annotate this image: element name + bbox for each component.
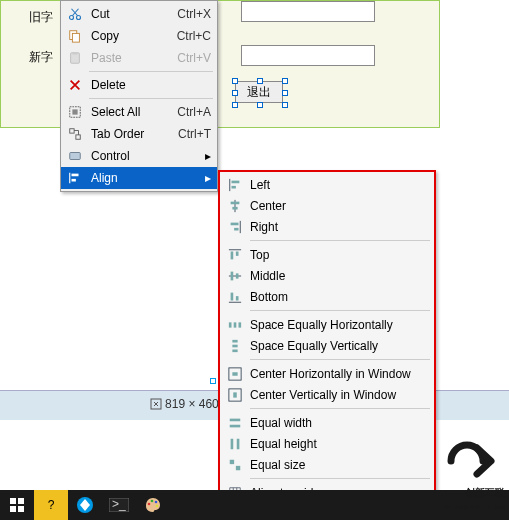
paste-icon (65, 51, 85, 65)
center-vertical-window[interactable]: Center Vertically in Window (220, 384, 434, 405)
svg-rect-38 (231, 438, 234, 449)
resize-handle[interactable] (210, 378, 216, 384)
svg-rect-6 (72, 52, 77, 55)
svg-point-2 (76, 15, 80, 19)
align-icon (65, 171, 85, 185)
svg-rect-45 (18, 506, 24, 512)
svg-rect-40 (230, 459, 234, 463)
equal-size[interactable]: Equal size (220, 454, 434, 475)
space-v-icon (224, 339, 246, 353)
menu-delete[interactable]: Delete (61, 74, 217, 96)
align-left[interactable]: Left (220, 174, 434, 195)
svg-rect-26 (229, 322, 232, 327)
svg-rect-39 (237, 438, 240, 449)
copy-icon (65, 29, 85, 43)
input-new-char[interactable] (241, 45, 375, 66)
taskbar: ? >_ (0, 490, 509, 520)
svg-rect-19 (234, 227, 238, 230)
svg-rect-28 (239, 322, 242, 327)
svg-rect-29 (232, 339, 237, 342)
svg-rect-15 (232, 185, 236, 188)
tab-order-icon (65, 127, 85, 141)
svg-rect-22 (231, 271, 234, 280)
svg-rect-37 (230, 424, 241, 427)
exit-button[interactable]: 退出 (235, 81, 283, 103)
align-middle[interactable]: Middle (220, 265, 434, 286)
center-v-window-icon (224, 388, 246, 402)
svg-rect-4 (72, 33, 79, 42)
svg-rect-24 (231, 292, 234, 300)
svg-point-52 (156, 505, 159, 508)
svg-rect-33 (232, 372, 237, 376)
chevron-right-icon: ▸ (205, 149, 211, 163)
menu-cut[interactable]: Cut Ctrl+X (61, 3, 217, 25)
svg-rect-42 (10, 498, 16, 504)
equal-height-icon (224, 437, 246, 451)
svg-point-49 (148, 503, 151, 506)
watermark-subtext: CHUANG XIN HU LIAN (443, 504, 505, 510)
svg-rect-18 (231, 222, 239, 225)
menu-tab-order[interactable]: Tab Order Ctrl+T (61, 123, 217, 145)
align-bottom-icon (224, 290, 246, 304)
svg-rect-43 (18, 498, 24, 504)
select-all-icon (65, 105, 85, 119)
taskbar-app-terminal[interactable]: >_ (102, 490, 136, 520)
align-center[interactable]: Center (220, 195, 434, 216)
align-top[interactable]: Top (220, 244, 434, 265)
svg-rect-16 (231, 201, 240, 204)
delete-icon (65, 78, 85, 92)
space-equally-horizontal[interactable]: Space Equally Horizontally (220, 314, 434, 335)
svg-rect-23 (236, 273, 239, 278)
control-icon (65, 149, 85, 163)
taskbar-app-help[interactable]: ? (34, 490, 68, 520)
svg-point-51 (155, 501, 158, 504)
svg-point-1 (69, 15, 73, 19)
align-center-icon (224, 199, 246, 213)
center-h-window-icon (224, 367, 246, 381)
taskbar-start[interactable] (0, 490, 34, 520)
cut-icon (65, 7, 85, 21)
align-right-icon (224, 220, 246, 234)
equal-width[interactable]: Equal width (220, 412, 434, 433)
taskbar-app-paint[interactable] (136, 490, 170, 520)
menu-select-all[interactable]: Select All Ctrl+A (61, 101, 217, 123)
equal-size-icon (224, 458, 246, 472)
align-left-icon (224, 178, 246, 192)
svg-point-50 (151, 500, 154, 503)
align-right[interactable]: Right (220, 216, 434, 237)
svg-rect-31 (232, 349, 237, 352)
svg-rect-44 (10, 506, 16, 512)
svg-rect-17 (232, 206, 237, 209)
svg-rect-36 (230, 418, 241, 421)
svg-rect-12 (72, 174, 79, 177)
menu-control[interactable]: Control ▸ (61, 145, 217, 167)
svg-rect-8 (72, 109, 77, 114)
chevron-right-icon: ▸ (205, 171, 211, 185)
svg-rect-35 (233, 392, 237, 397)
align-middle-icon (224, 269, 246, 283)
label-new-char: 新字 (29, 49, 53, 66)
equal-height[interactable]: Equal height (220, 433, 434, 454)
svg-rect-21 (236, 251, 239, 255)
taskbar-app-anydesk[interactable] (68, 490, 102, 520)
center-horizontal-window[interactable]: Center Horizontally in Window (220, 363, 434, 384)
svg-rect-14 (232, 180, 240, 183)
svg-text:>_: >_ (112, 498, 126, 511)
equal-width-icon (224, 416, 246, 430)
watermark-logo (441, 436, 503, 486)
svg-rect-25 (236, 296, 239, 300)
label-old-char: 旧字 (29, 9, 53, 26)
input-old-char[interactable] (241, 1, 375, 22)
space-h-icon (224, 318, 246, 332)
menu-paste: Paste Ctrl+V (61, 47, 217, 69)
space-equally-vertical[interactable]: Space Equally Vertically (220, 335, 434, 356)
menu-align[interactable]: Align ▸ (61, 167, 217, 189)
menu-copy[interactable]: Copy Ctrl+C (61, 25, 217, 47)
svg-rect-9 (70, 129, 74, 133)
svg-rect-10 (76, 135, 80, 139)
align-top-icon (224, 248, 246, 262)
svg-rect-30 (232, 344, 237, 347)
svg-rect-27 (234, 322, 237, 327)
align-bottom[interactable]: Bottom (220, 286, 434, 307)
align-submenu: Left Center Right Top Middle Bottom Spac… (218, 170, 436, 514)
